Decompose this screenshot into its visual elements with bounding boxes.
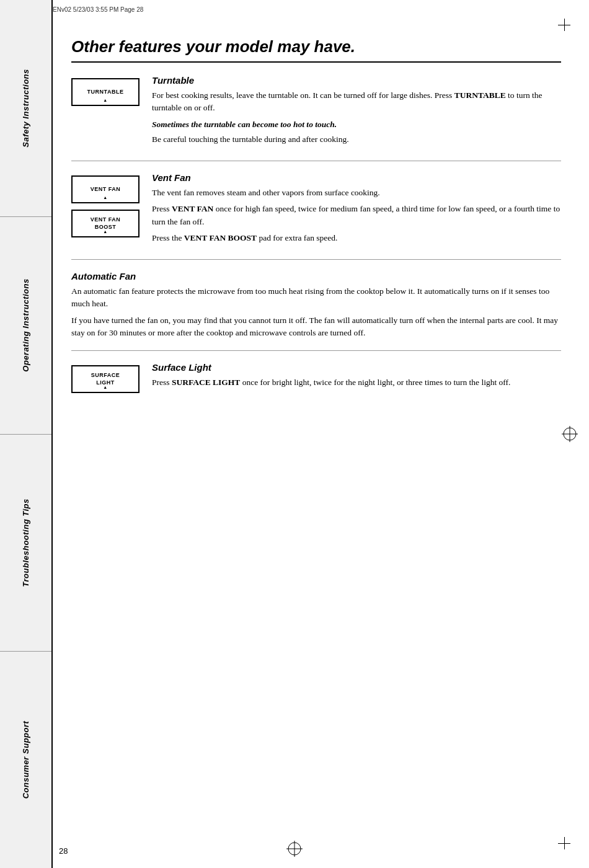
surface-light-button-column: SURFACELIGHT <box>71 362 140 393</box>
registration-mark <box>562 426 578 442</box>
turntable-section: TURNTABLE Turntable For best cooking res… <box>71 75 561 149</box>
vent-fan-section: VENT FAN VENT FANBOOST Vent Fan The vent… <box>71 172 561 248</box>
surface-light-text: Surface Light Press SURFACE LIGHT once f… <box>152 362 561 393</box>
sidebar-section-troubleshooting: Troubleshooting Tips <box>0 435 51 652</box>
vent-fan-button[interactable]: VENT FAN <box>71 175 140 203</box>
vent-fan-body1: The vent fan removes steam and other vap… <box>152 187 561 199</box>
bottom-registration-mark <box>286 841 303 857</box>
turntable-button-column: TURNTABLE <box>71 75 140 149</box>
surface-light-body: Press SURFACE LIGHT once for bright ligh… <box>152 376 561 389</box>
vent-fan-button-label: VENT FAN <box>91 186 121 193</box>
turntable-text: Turntable For best cooking results, leav… <box>152 75 561 149</box>
sidebar-label-operating: Operating Instructions <box>21 279 30 372</box>
auto-fan-body1: An automatic fan feature protects the mi… <box>71 285 561 311</box>
divider-1 <box>71 161 561 161</box>
vent-fan-title: Vent Fan <box>152 172 561 183</box>
main-content: Other features your model may have. TURN… <box>53 25 580 843</box>
sidebar-label-safety: Safety Instructions <box>21 69 30 148</box>
turntable-button-label: TURNTABLE <box>87 89 124 96</box>
sidebar-label-consumer: Consumer Support <box>21 721 30 799</box>
auto-fan-title: Automatic Fan <box>71 271 561 281</box>
divider-3 <box>71 350 561 351</box>
turntable-warning-body: Be careful touching the turntable during… <box>152 133 561 146</box>
auto-fan-section: Automatic Fan An automatic fan feature p… <box>71 271 561 339</box>
vent-fan-text: Vent Fan The vent fan removes steam and … <box>152 172 561 248</box>
turntable-title: Turntable <box>152 75 561 86</box>
surface-light-button[interactable]: SURFACELIGHT <box>71 365 140 393</box>
sidebar-section-consumer: Consumer Support <box>0 652 51 868</box>
sidebar-section-safety: Safety Instructions <box>0 0 51 217</box>
vent-fan-button-column: VENT FAN VENT FANBOOST <box>71 172 140 248</box>
sidebar: Safety Instructions Operating Instructio… <box>0 0 53 868</box>
turntable-body: For best cooking results, leave the turn… <box>152 89 561 115</box>
vent-fan-body2: Press VENT FAN once for high fan speed, … <box>152 203 561 228</box>
surface-light-section: SURFACELIGHT Surface Light Press SURFACE… <box>71 362 561 393</box>
surface-light-button-label: SURFACELIGHT <box>91 372 120 386</box>
surface-light-title: Surface Light <box>152 362 561 373</box>
turntable-button[interactable]: TURNTABLE <box>71 78 140 106</box>
page-title: Other features your model may have. <box>71 37 561 63</box>
vent-fan-boost-label: VENT FANBOOST <box>91 216 121 231</box>
auto-fan-body2: If you have turned the fan on, you may f… <box>71 314 561 340</box>
turntable-warning: Sometimes the turntable can become too h… <box>152 118 561 131</box>
page-number: 28 <box>59 846 68 856</box>
sidebar-section-operating: Operating Instructions <box>0 217 51 434</box>
vent-fan-body3: Press the VENT FAN BOOST pad for extra f… <box>152 232 561 244</box>
divider-2 <box>71 259 561 260</box>
vent-fan-boost-button[interactable]: VENT FANBOOST <box>71 210 140 237</box>
sidebar-label-troubleshooting: Troubleshooting Tips <box>21 498 30 587</box>
